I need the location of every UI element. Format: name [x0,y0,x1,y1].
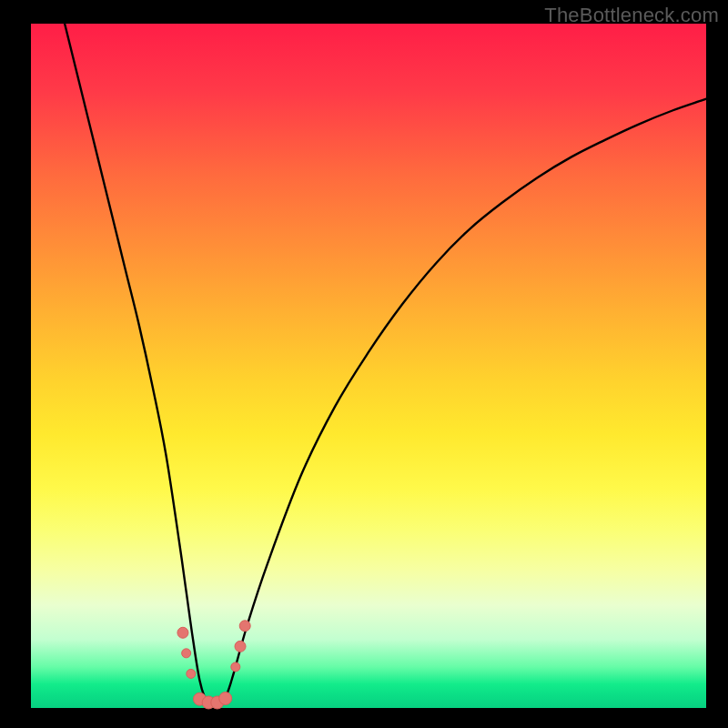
data-marker [177,627,188,638]
data-marker [219,692,232,704]
data-marker [187,669,196,678]
curve-layer [31,24,706,708]
curve-markers [177,621,250,709]
plot-area [31,24,706,708]
data-marker [231,662,240,672]
data-marker [182,649,191,658]
data-marker [235,641,246,652]
data-marker [239,621,250,632]
bottleneck-curve [65,24,706,706]
chart-frame: TheBottleneck.com [0,0,728,728]
watermark-text: TheBottleneck.com [544,4,719,27]
